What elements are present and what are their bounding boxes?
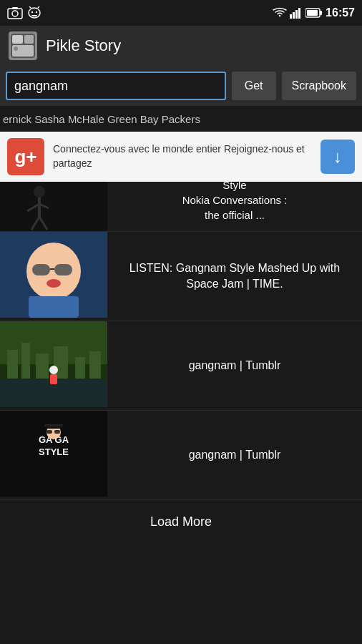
svg-rect-15 [307,10,318,16]
svg-rect-8 [31,15,37,16]
svg-rect-14 [320,11,322,15]
svg-rect-51 [47,430,52,434]
svg-point-20 [14,47,18,51]
result-text: gangnam | Tumblr [107,358,362,374]
app-logo [9,31,37,60]
status-bar: 16:57 [0,0,362,26]
svg-rect-31 [54,264,72,275]
svg-rect-2 [12,7,18,9]
svg-point-22 [34,186,45,197]
svg-rect-30 [32,264,50,275]
result-thumbnail [0,232,107,321]
get-button[interactable]: Get [232,72,276,100]
svg-rect-52 [54,430,60,434]
results-list: Style Nokia Conversations : the official… [0,182,362,500]
result-thumbnail: GA GA STYLE [0,411,107,499]
svg-rect-12 [298,8,300,19]
load-more-button[interactable]: Load More [0,500,362,543]
app-title: Pikle Story [46,36,121,55]
svg-rect-18 [24,35,34,44]
signal-icon [290,7,303,19]
search-input[interactable] [6,72,226,100]
scrapbook-button[interactable]: Scrapbook [282,72,357,100]
search-bar: Get Scrapbook [0,66,362,106]
svg-rect-45 [50,374,57,384]
result-text: Style Nokia Conversations : the official… [107,182,362,231]
list-item[interactable]: GA GA STYLE gangnam | Tumblr [0,411,362,500]
app-header: Pikle Story [0,26,362,66]
svg-rect-0 [8,9,22,19]
ad-logo: g+ [7,138,44,175]
svg-rect-40 [54,346,68,379]
ad-download-arrow: ↓ [333,147,342,167]
svg-rect-21 [0,182,107,231]
load-more-label: Load More [150,514,212,530]
ticker: ernick Sasha McHale Green Bay Packers [0,106,362,132]
list-item[interactable]: gangnam | Tumblr [0,321,362,411]
result-text: gangnam | Tumblr [107,447,362,463]
wifi-icon [273,7,287,19]
result-thumbnail [0,182,107,231]
svg-rect-10 [293,12,295,19]
ad-banner[interactable]: g+ Connectez-vous avec le monde entier R… [0,132,362,182]
svg-rect-41 [75,357,85,379]
svg-point-44 [49,366,58,374]
svg-rect-39 [36,353,49,379]
status-icons-left [7,6,41,19]
ad-logo-text: g+ [14,146,36,168]
android-icon [27,6,41,19]
svg-rect-38 [21,343,30,379]
ad-text: Connectez-vous avec le monde entier Rejo… [53,142,312,170]
svg-point-5 [36,11,37,13]
svg-rect-42 [89,351,101,379]
svg-rect-11 [295,10,298,19]
svg-point-1 [12,11,18,16]
result-text: LISTEN: Gangnam Style Mashed Up with Spa… [107,260,362,293]
svg-line-6 [29,6,31,8]
svg-rect-17 [12,35,23,44]
svg-point-4 [31,11,33,13]
photo-icon [7,6,23,19]
svg-rect-37 [7,350,18,379]
ad-download-button[interactable]: ↓ [321,140,355,174]
list-item[interactable]: Style Nokia Conversations : the official… [0,182,362,232]
svg-rect-54 [44,424,63,426]
status-time: 16:57 [326,6,355,19]
svg-rect-9 [290,14,292,19]
ticker-text: ernick Sasha McHale Green Bay Packers [3,113,200,125]
svg-text:STYLE: STYLE [39,447,69,457]
svg-rect-34 [29,296,79,318]
svg-line-7 [38,6,39,8]
battery-icon [305,8,323,18]
status-icons-right: 16:57 [273,6,355,19]
list-item[interactable]: LISTEN: Gangnam Style Mashed Up with Spa… [0,232,362,321]
result-thumbnail [0,321,107,410]
svg-point-33 [47,279,61,288]
